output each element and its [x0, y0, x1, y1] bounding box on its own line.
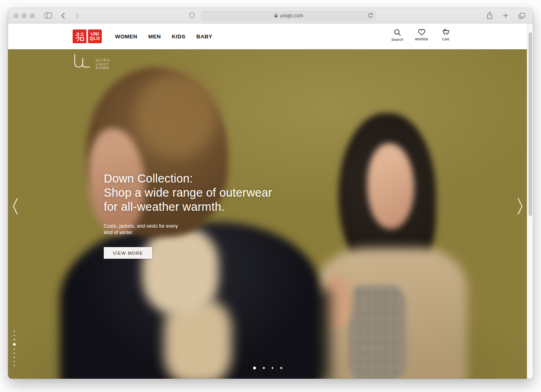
woman-figure [367, 143, 414, 229]
hero-banner: ULTRA LIGHT DOWN Down Collection: Shop a… [8, 49, 527, 379]
sidebar-toggle-icon[interactable] [43, 10, 53, 21]
site-header: UNI QLO WOMEN MEN KIDS BABY Search [8, 23, 527, 49]
ultra-light-down-text: ULTRA LIGHT DOWN [96, 59, 110, 70]
address-text: uniqlo.com [280, 13, 303, 19]
browser-viewport: UNI QLO WOMEN MEN KIDS BABY Search [8, 23, 533, 379]
nav-item-women[interactable]: WOMEN [115, 34, 137, 40]
minimize-window-button[interactable] [22, 13, 27, 18]
section-dot[interactable] [13, 343, 16, 346]
section-dot[interactable] [14, 348, 15, 350]
close-window-button[interactable] [14, 13, 19, 18]
section-dots [13, 331, 16, 366]
section-dot[interactable] [14, 365, 15, 366]
hero-subtext: Coats, jackets, and vests for every kind… [104, 223, 272, 236]
logo-text-line: QLO [90, 36, 100, 41]
tab-overview-icon[interactable] [517, 10, 527, 21]
nav-item-kids[interactable]: KIDS [172, 34, 185, 40]
new-tab-icon[interactable] [501, 10, 511, 21]
carousel-prev-arrow[interactable] [10, 196, 20, 217]
wishlist-label: Wishlist [415, 37, 428, 41]
uniqlo-logo-jp-icon [73, 29, 86, 43]
cart-label: Cart [442, 37, 449, 41]
carousel-dots [253, 367, 282, 370]
section-dot[interactable] [14, 339, 15, 340]
cart-icon [442, 29, 450, 36]
toolbar-right-group [484, 10, 527, 21]
back-button[interactable] [57, 10, 68, 21]
reload-icon[interactable] [367, 13, 373, 20]
uniqlo-logo-en: UNI QLO [88, 29, 102, 43]
hero-copy: Down Collection: Shop a wide range of ou… [104, 172, 272, 259]
nav-item-baby[interactable]: BABY [196, 34, 212, 40]
carousel-dot[interactable] [280, 367, 282, 369]
traffic-lights [14, 13, 35, 18]
carousel-dot[interactable] [272, 367, 274, 369]
view-more-button[interactable]: VIEW MORE [104, 247, 152, 259]
carousel-dot[interactable] [263, 367, 265, 369]
section-dot[interactable] [14, 335, 15, 336]
browser-titlebar: uniqlo.com [8, 8, 533, 23]
share-icon[interactable] [484, 10, 495, 21]
header-actions: Search Wishlist Cart [388, 29, 455, 42]
main-nav: WOMEN MEN KIDS BABY [115, 34, 212, 40]
zoom-window-button[interactable] [30, 13, 35, 18]
ultra-light-down-logo: ULTRA LIGHT DOWN [73, 53, 110, 70]
woman-figure [349, 285, 405, 379]
cart-button[interactable]: Cart [437, 29, 455, 42]
carousel-dot[interactable] [253, 367, 256, 370]
heart-icon [418, 29, 426, 36]
hero-heading: Down Collection: Shop a wide range of ou… [104, 172, 272, 214]
man-figure [135, 73, 218, 157]
search-button[interactable]: Search [388, 29, 406, 42]
section-dot[interactable] [14, 361, 15, 362]
scrollbar-thumb[interactable] [528, 32, 532, 216]
wishlist-button[interactable]: Wishlist [413, 29, 430, 42]
browser-window: uniqlo.com [8, 8, 533, 379]
address-bar[interactable]: uniqlo.com [201, 10, 376, 21]
section-dot[interactable] [14, 356, 15, 358]
section-dot[interactable] [14, 352, 15, 354]
uniqlo-logo[interactable]: UNI QLO [73, 29, 102, 43]
lock-icon [274, 13, 278, 18]
search-label: Search [391, 38, 403, 42]
carousel-next-arrow[interactable] [515, 196, 525, 217]
search-icon [394, 29, 401, 36]
section-dot[interactable] [14, 331, 15, 332]
forward-button[interactable] [72, 10, 82, 21]
privacy-shield-icon[interactable] [187, 10, 197, 21]
nav-item-men[interactable]: MEN [148, 34, 161, 40]
page-scrollbar[interactable] [527, 23, 533, 379]
ul-mark-icon [73, 53, 94, 70]
